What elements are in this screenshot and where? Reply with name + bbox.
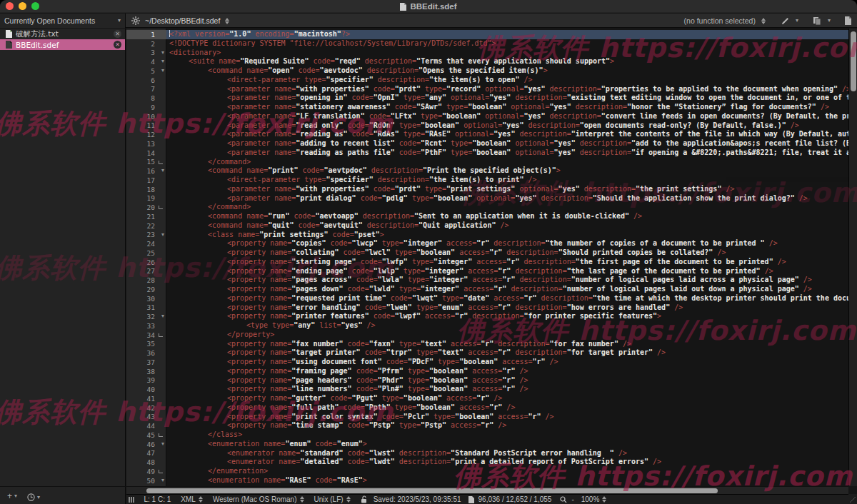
code-text[interactable]: <parameter name="opening in" code="OpnI"… bbox=[166, 94, 848, 103]
code-text[interactable]: <enumerator name="standard" code="lwst" … bbox=[166, 449, 848, 458]
code-text[interactable]: <parameter name="reading as" code="RdAs"… bbox=[166, 130, 848, 139]
code-text[interactable]: <property name="pages across" code="lwla… bbox=[166, 276, 848, 285]
fold-toggle-icon[interactable]: ▾ bbox=[161, 167, 164, 173]
function-selector[interactable]: (no function selected) bbox=[684, 16, 756, 25]
title-bar[interactable]: BBEdit.sdef bbox=[0, 0, 857, 13]
chevron-down-icon[interactable]: ▾ bbox=[796, 18, 798, 24]
vertical-scrollbar-thumb[interactable] bbox=[851, 31, 856, 91]
sidebar-file-item[interactable]: BBEdit.sdef✕ bbox=[0, 39, 125, 50]
zoom-selector[interactable]: 100% bbox=[581, 495, 607, 503]
code-text[interactable]: <property name="requested print time" co… bbox=[166, 294, 848, 303]
gear-icon[interactable] bbox=[131, 16, 140, 25]
code-text[interactable]: <property name="starting page" code="lwf… bbox=[166, 258, 848, 267]
fold-toggle-icon[interactable]: ▾ bbox=[161, 49, 164, 56]
code-text[interactable]: <property name="framing page" code="Pfrm… bbox=[166, 367, 848, 376]
code-text[interactable]: <direct-parameter type="specifier" descr… bbox=[166, 76, 848, 85]
line-number: 31 bbox=[126, 303, 166, 313]
code-text[interactable]: <dictionary> bbox=[166, 49, 848, 58]
code-text[interactable]: <suite name="Required Suite" code="reqd"… bbox=[166, 57, 848, 66]
code-text[interactable]: <command name="run" code="aevtoapp" desc… bbox=[166, 212, 848, 221]
code-text[interactable]: <!DOCTYPE dictionary SYSTEM "file://loca… bbox=[166, 39, 848, 49]
code-line: 29<property name="pages down" code="lwld… bbox=[126, 285, 848, 294]
horizontal-scrollbar-thumb[interactable] bbox=[146, 488, 718, 493]
code-text[interactable]: <command name="quit" code="aevtquit" des… bbox=[166, 221, 848, 231]
code-text[interactable]: <property name="pages down" code="lwld" … bbox=[166, 285, 848, 294]
code-text[interactable]: <property name="page headers" code="Phdr… bbox=[166, 376, 848, 385]
code-text[interactable]: <enumeration name="enum" code="enum"> bbox=[166, 440, 848, 449]
code-text[interactable]: </command> bbox=[166, 158, 848, 167]
code-text[interactable]: <command name="open" code="aevtodoc" des… bbox=[166, 66, 848, 76]
code-line: 37<property name="using document font" c… bbox=[126, 358, 848, 367]
pencil-markers-icon[interactable] bbox=[781, 16, 790, 25]
language-selector[interactable]: XML bbox=[181, 495, 203, 503]
unlocked-icon[interactable] bbox=[361, 495, 368, 503]
code-text[interactable]: <command name="print" code="aevtpdoc" de… bbox=[166, 166, 848, 176]
code-text[interactable]: <parameter name="stationery awareness" c… bbox=[166, 103, 848, 112]
code-text[interactable]: <direct-parameter type="specifier" descr… bbox=[166, 176, 848, 185]
sidebar-resize-grip[interactable] bbox=[129, 497, 134, 503]
code-text[interactable]: <property name="line numbers" code="Pln#… bbox=[166, 385, 848, 394]
document-icon bbox=[6, 30, 12, 38]
code-line: 13<parameter name="adding to recent list… bbox=[126, 139, 848, 148]
code-text[interactable]: <property name="gutter" code="Pgut" type… bbox=[166, 394, 848, 403]
close-document-icon[interactable]: ✕ bbox=[114, 41, 121, 49]
window-resize-grip[interactable] bbox=[848, 494, 857, 504]
code-line: 42<property name="full path" code="Ppth"… bbox=[126, 403, 848, 413]
recent-documents-button[interactable]: ▾ bbox=[27, 493, 40, 501]
code-text[interactable]: <parameter name="with properties" code="… bbox=[166, 185, 848, 194]
code-text[interactable]: <enumerator name="detailed" code="lwdt" … bbox=[166, 458, 848, 467]
plus-icon: + bbox=[7, 491, 12, 501]
fold-toggle-icon[interactable]: ▾ bbox=[161, 58, 164, 64]
code-text[interactable]: </class> bbox=[166, 430, 848, 440]
new-document-icon[interactable] bbox=[845, 16, 851, 25]
fold-toggle-icon[interactable]: ▾ bbox=[161, 477, 164, 483]
code-text[interactable]: <parameter name="read only" code="RdOn" … bbox=[166, 121, 848, 131]
code-text[interactable]: <parameter name="print dialog" code="pdl… bbox=[166, 194, 848, 203]
code-text[interactable]: <property name="target printer" code="tr… bbox=[166, 348, 848, 358]
file-path-menu[interactable]: ~/Desktop/BBEdit.sdef bbox=[145, 16, 220, 25]
documents-menu-icon[interactable] bbox=[813, 16, 822, 25]
close-document-icon[interactable]: ✕ bbox=[114, 30, 121, 38]
fold-toggle-icon[interactable]: ▾ bbox=[161, 231, 164, 238]
add-document-button[interactable]: + ▾ bbox=[7, 491, 17, 501]
sidebar-file-item[interactable]: 破解方法.txt✕ bbox=[0, 29, 125, 39]
code-text[interactable]: <property name="print color syntax" code… bbox=[166, 413, 848, 422]
sidebar-header-dropdown[interactable]: Currently Open Documents ▾ bbox=[0, 14, 126, 28]
encoding-selector[interactable]: Western (Mac OS Roman) bbox=[213, 495, 304, 503]
code-text[interactable]: </command> bbox=[166, 203, 848, 212]
code-line: 41<property name="gutter" code="Pgut" ty… bbox=[126, 394, 848, 403]
code-text[interactable]: <parameter name="with properties" code="… bbox=[166, 85, 848, 94]
chevron-down-icon: ▾ bbox=[118, 18, 121, 24]
fold-toggle-icon[interactable]: ▾ bbox=[161, 440, 164, 447]
code-line: 46▾<enumeration name="enum" code="enum"> bbox=[126, 440, 848, 449]
horizontal-scrollbar[interactable] bbox=[126, 486, 848, 494]
code-text[interactable]: <type type="any" list="yes" /> bbox=[166, 321, 848, 331]
updown-arrows-icon bbox=[199, 496, 203, 503]
code-text[interactable]: <property name="printer features" code="… bbox=[166, 312, 848, 321]
line-endings-selector[interactable]: Unix (LF) bbox=[314, 495, 351, 503]
code-text[interactable]: <parameter name="LF translation" code="L… bbox=[166, 112, 848, 121]
code-text[interactable]: <class name="print settings" code="pset"… bbox=[166, 231, 848, 240]
vertical-scrollbar[interactable] bbox=[848, 29, 857, 486]
line-number: 40 bbox=[126, 385, 166, 394]
fold-toggle-icon[interactable]: ▾ bbox=[161, 313, 164, 319]
code-text[interactable]: <property name="error handling" code="lw… bbox=[166, 303, 848, 313]
chevron-down-icon[interactable]: ▾ bbox=[828, 18, 831, 24]
code-text[interactable]: <enumeration name="RAsE" code="RAsE"> bbox=[166, 476, 848, 485]
code-text[interactable]: <property name="collating" code="lwcl" t… bbox=[166, 248, 848, 258]
code-text[interactable]: <property name="fax number" code="faxn" … bbox=[166, 340, 848, 349]
code-text[interactable]: <property name="time stamp" code="Pstp" … bbox=[166, 421, 848, 430]
code-text[interactable]: <property name="full path" code="Ppth" t… bbox=[166, 403, 848, 413]
code-text[interactable]: <?xml version="1.0" encoding="macintosh"… bbox=[166, 30, 848, 39]
zoom-minus-button[interactable]: - bbox=[571, 495, 573, 503]
code-text[interactable]: </enumeration> bbox=[166, 467, 848, 476]
code-text[interactable]: <property name="using document font" cod… bbox=[166, 358, 848, 367]
code-text[interactable]: <parameter name="reading as paths file" … bbox=[166, 148, 848, 158]
line-number: 26 bbox=[126, 258, 166, 267]
fold-toggle-icon[interactable]: ▾ bbox=[161, 67, 164, 74]
code-text[interactable]: <parameter name="adding to recent list" … bbox=[166, 139, 848, 148]
code-text[interactable]: <property name="ending page" code="lwlp"… bbox=[166, 267, 848, 276]
code-text[interactable]: </property> bbox=[166, 331, 848, 340]
code-line: 2<!DOCTYPE dictionary SYSTEM "file://loc… bbox=[126, 39, 848, 49]
code-text[interactable]: <property name="copies" code="lwcp" type… bbox=[166, 239, 848, 248]
